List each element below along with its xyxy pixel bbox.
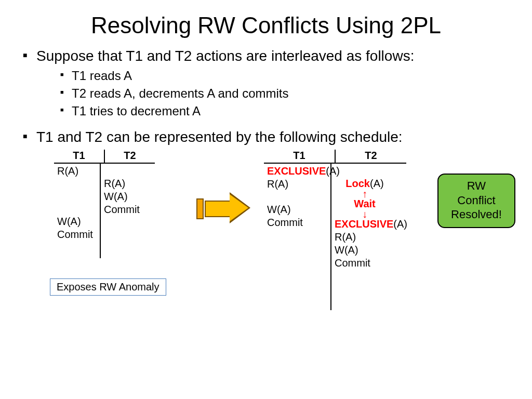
exclusive-arg-2: (A): [393, 218, 407, 230]
left-t2-commit: Commit: [101, 203, 147, 216]
right-t2-exclusive: EXCLUSIVE(A): [331, 218, 398, 231]
right-t1-read: R(A): [264, 178, 330, 191]
subbullet-2: T2 reads A, decrements A and commits: [60, 86, 511, 101]
anomaly-callout: Exposes RW Anomaly: [50, 278, 166, 296]
left-head-t2: T2: [104, 150, 155, 163]
resolved-callout: RW Conflict Resolved!: [437, 174, 515, 228]
schedule-area: T1 T2 R(A) W(A) Commit R(A) W(A) Commit: [0, 150, 532, 326]
resolved-line-3: Resolved!: [442, 207, 511, 222]
right-t2-read: R(A): [331, 231, 398, 244]
right-head-t1: T1: [264, 150, 335, 163]
left-t1-commit: Commit: [54, 228, 100, 241]
exclusive-label-2: EXCLUSIVE: [335, 218, 393, 230]
left-t2-read: R(A): [101, 177, 147, 190]
slide-title: Resolving RW Conflicts Using 2PL: [0, 12, 532, 38]
left-t1-write: W(A): [54, 215, 100, 228]
right-col-t1: EXCLUSIVE(A) R(A) W(A) Commit: [264, 164, 330, 310]
schedule-left: T1 T2 R(A) W(A) Commit R(A) W(A) Commit: [54, 150, 155, 258]
left-head-t1: T1: [54, 150, 104, 163]
left-col-t2: R(A) W(A) Commit: [100, 164, 147, 258]
left-t1-read: R(A): [54, 165, 100, 178]
resolved-line-2: Conflict: [442, 193, 511, 208]
left-col-t1: R(A) W(A) Commit: [54, 164, 100, 258]
lock-label: Lock: [345, 178, 370, 189]
right-t1-write: W(A): [264, 203, 330, 216]
right-t2-commit: Commit: [331, 257, 398, 270]
bullet-area: Suppose that T1 and T2 actions are inter…: [23, 48, 511, 145]
right-t1-commit: Commit: [264, 216, 330, 229]
bullet-1: Suppose that T1 and T2 actions are inter…: [23, 48, 511, 118]
schedule-right: T1 T2 EXCLUSIVE(A) R(A) W(A) Commit Lock…: [264, 150, 406, 310]
right-t1-exclusive: EXCLUSIVE(A): [264, 165, 330, 178]
right-col-t2: Lock(A) ↑ Wait ↓ EXCLUSIVE(A) R(A) W(A) …: [330, 164, 398, 310]
arrow-down-icon: ↓: [331, 210, 398, 218]
bullet-2: T1 and T2 can be represented by the foll…: [23, 129, 511, 145]
subbullet-1: T1 reads A: [60, 69, 511, 83]
left-t2-write: W(A): [101, 190, 147, 203]
resolved-line-1: RW: [442, 179, 511, 193]
lock-arg: (A): [370, 178, 384, 189]
right-head-t2: T2: [335, 150, 406, 163]
arrow-up-icon: ↑: [331, 190, 398, 197]
exclusive-label: EXCLUSIVE: [267, 165, 326, 177]
bullet-1-text: Suppose that T1 and T2 actions are inter…: [36, 48, 414, 64]
subbullet-3: T1 tries to decrement A: [60, 104, 511, 118]
right-t2-write: W(A): [331, 244, 398, 257]
